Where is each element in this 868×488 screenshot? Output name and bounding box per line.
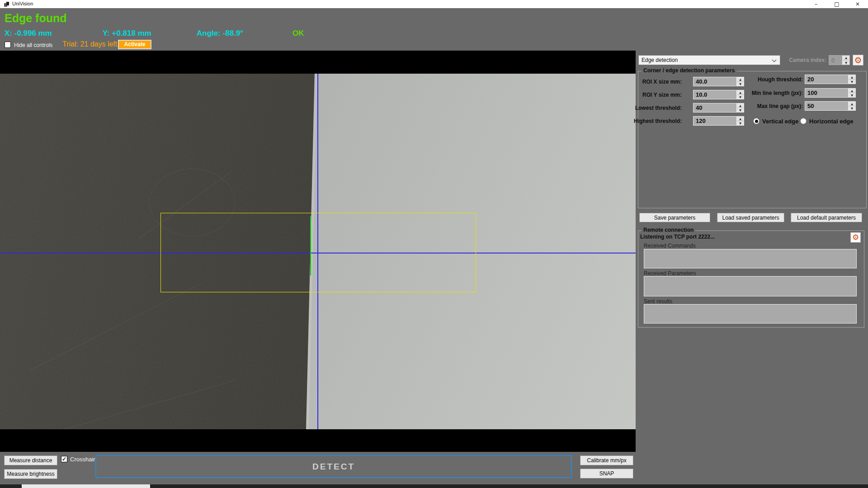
spin-down-button[interactable]: ▼ xyxy=(849,106,855,110)
roi-y-size-label: ROI Y size mm: xyxy=(625,92,682,98)
minimize-icon: – xyxy=(815,1,817,7)
snap-button[interactable]: SNAP xyxy=(580,469,633,479)
detect-button[interactable]: DETECT xyxy=(95,455,572,478)
hide-all-controls-label: Hide all controls xyxy=(14,42,52,48)
activate-button[interactable]: Activate xyxy=(118,40,151,49)
detection-mode-value: Edge detection xyxy=(642,57,678,63)
taskbar-edge xyxy=(0,484,868,488)
roi-x-size-stepper[interactable]: ▲▼ xyxy=(693,77,744,86)
vertical-edge-label: Vertical edge xyxy=(762,118,798,125)
spin-down-button[interactable]: ▼ xyxy=(737,121,744,125)
spin-down-button[interactable]: ▼ xyxy=(843,60,849,65)
camera-settings-button[interactable]: ⚙ xyxy=(853,55,863,66)
min-line-length-field[interactable] xyxy=(805,89,848,97)
min-line-length-stepper[interactable]: ▲▼ xyxy=(805,88,856,98)
min-line-length-label: Min line length (px): xyxy=(740,90,803,96)
hough-threshold-field[interactable] xyxy=(805,75,848,84)
spin-down-button[interactable]: ▼ xyxy=(849,93,855,97)
hough-threshold-stepper[interactable]: ▲▼ xyxy=(805,75,856,84)
minimize-button[interactable]: – xyxy=(806,0,826,8)
load-default-parameters-button[interactable]: Load default parameters xyxy=(791,213,862,222)
measure-distance-button[interactable]: Measure distance xyxy=(4,455,57,465)
camera-index-stepper: ▲ ▼ xyxy=(829,55,850,65)
sent-results-textarea[interactable] xyxy=(644,304,857,324)
gear-icon: ⚙ xyxy=(854,56,862,65)
app-icon xyxy=(4,2,9,7)
roi-y-size-stepper[interactable]: ▲▼ xyxy=(693,90,744,99)
crosshair-checkbox[interactable]: ✓ xyxy=(61,456,67,462)
tcp-listen-status: Listening on TCP port 2222... xyxy=(640,234,715,240)
spin-up-button[interactable]: ▲ xyxy=(849,102,855,106)
maximize-button[interactable]: □ xyxy=(826,0,847,8)
x-coordinate-value: X: -0.996 mm xyxy=(5,29,52,38)
y-coordinate-value: Y: +0.818 mm xyxy=(103,29,151,38)
save-parameters-button[interactable]: Save parameters xyxy=(639,213,710,222)
maximize-icon: □ xyxy=(834,1,839,7)
camera-index-field xyxy=(829,56,842,65)
load-saved-parameters-button[interactable]: Load saved parameters xyxy=(717,213,784,222)
received-parameters-label: Received Parameters xyxy=(644,270,696,277)
camera-letterbox xyxy=(0,51,636,452)
received-parameters-textarea[interactable] xyxy=(644,276,857,296)
detection-mode-dropdown[interactable]: Edge detection xyxy=(638,55,780,65)
ok-status: OK xyxy=(292,29,304,38)
params-group-title: Corner / edge detection parameters xyxy=(642,67,736,74)
highest-threshold-stepper[interactable]: ▲▼ xyxy=(693,116,744,126)
edge-found-status: Edge found xyxy=(5,12,66,25)
taskbar-active-app-segment xyxy=(22,484,150,488)
received-commands-label: Received Commands xyxy=(644,243,696,249)
lowest-threshold-label: Lowest threshold: xyxy=(625,105,682,111)
roi-rectangle xyxy=(160,213,476,292)
spin-up-button[interactable]: ▲ xyxy=(849,89,855,93)
spin-up-button[interactable]: ▲ xyxy=(843,56,849,60)
sent-results-label: Sent results xyxy=(644,298,672,305)
lowest-threshold-field[interactable] xyxy=(693,103,736,112)
calibrate-button[interactable]: Calibrate mm/px xyxy=(580,455,633,465)
crosshair-label: Crosshair xyxy=(70,456,95,463)
title-bar: UniVision – □ × xyxy=(0,0,868,8)
camera-index-label: Camera index: xyxy=(769,57,826,63)
camera-view[interactable] xyxy=(0,74,636,429)
highest-threshold-field[interactable] xyxy=(693,117,736,125)
highest-threshold-label: Highest threshold: xyxy=(625,118,682,124)
remote-group-title: Remote connection xyxy=(642,227,695,233)
spin-up-button[interactable]: ▲ xyxy=(737,117,744,121)
horizontal-edge-radio[interactable] xyxy=(800,118,807,124)
roi-y-size-field[interactable] xyxy=(693,90,736,99)
spin-down-button[interactable]: ▼ xyxy=(849,79,855,84)
spin-up-button[interactable]: ▲ xyxy=(849,75,855,79)
vertical-edge-radio[interactable] xyxy=(753,118,760,124)
received-commands-textarea[interactable] xyxy=(644,249,857,268)
lowest-threshold-stepper[interactable]: ▲▼ xyxy=(693,103,744,113)
detected-edge-line xyxy=(310,216,311,276)
horizontal-edge-label: Horizontal edge xyxy=(809,118,854,125)
hough-threshold-label: Hough threshold: xyxy=(740,76,803,83)
gear-icon: ⚙ xyxy=(852,234,859,241)
close-button[interactable]: × xyxy=(847,0,868,8)
hide-all-controls-checkbox[interactable] xyxy=(5,42,11,48)
max-line-gap-stepper[interactable]: ▲▼ xyxy=(805,101,856,111)
angle-value: Angle: -88.9° xyxy=(197,29,243,38)
max-line-gap-label: Max line gap (px): xyxy=(740,103,803,109)
check-icon: ✓ xyxy=(62,456,66,462)
window-title: UniVision xyxy=(12,1,33,6)
measure-brightness-button[interactable]: Measure brightness xyxy=(4,469,57,479)
max-line-gap-field[interactable] xyxy=(805,102,848,110)
close-icon: × xyxy=(855,1,860,7)
roi-x-size-label: ROI X size mm: xyxy=(625,79,682,85)
roi-x-size-field[interactable] xyxy=(693,77,736,86)
trial-status: Trial: 21 days left xyxy=(62,40,117,48)
remote-settings-button[interactable]: ⚙ xyxy=(850,232,861,243)
